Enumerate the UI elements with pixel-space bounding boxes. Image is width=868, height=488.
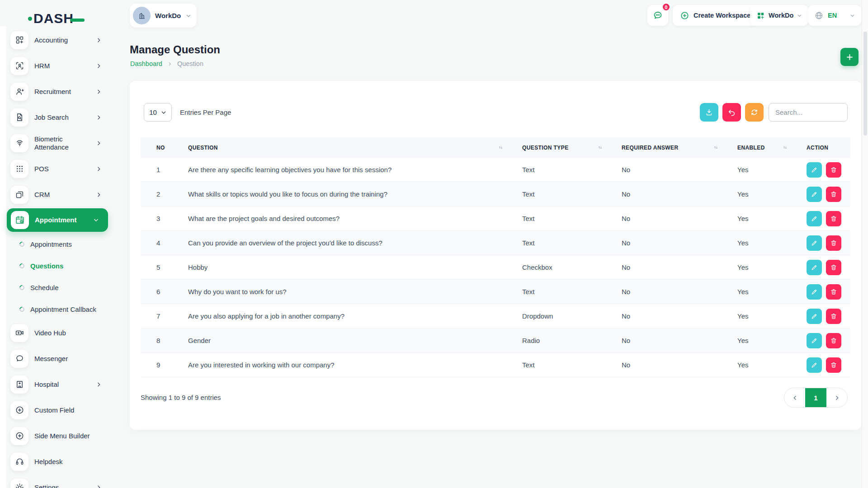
sidebar-item-hrm[interactable]: HRM [0, 53, 117, 79]
table-row: 4 Can you provide an overview of the pro… [141, 231, 850, 255]
cell-required-answer: No [606, 328, 722, 353]
cell-enabled: Yes [722, 255, 791, 280]
sort-icon[interactable] [782, 145, 788, 150]
edit-button[interactable] [807, 333, 822, 348]
pagination-page-1[interactable]: 1 [805, 388, 826, 407]
undo-button[interactable] [722, 103, 741, 122]
cell-action [791, 158, 850, 182]
sidebar-item-pos[interactable]: POS [0, 156, 117, 182]
sidebar-item-side-menu-builder[interactable]: Side Menu Builder [0, 423, 117, 449]
sidebar-subitem-schedule[interactable]: Schedule [0, 277, 117, 298]
sidebar-subitem-questions[interactable]: Questions [0, 255, 117, 277]
sort-icon[interactable] [713, 145, 719, 150]
cell-question-type: Text [506, 231, 606, 255]
sort-icon[interactable] [597, 145, 603, 150]
column-header-question[interactable]: QUESTION [172, 137, 506, 158]
sidebar-item-helpdesk[interactable]: Helpdesk [0, 449, 117, 474]
sidebar-item-accounting[interactable]: Accounting [0, 27, 117, 53]
sidebar-item-job-search[interactable]: Job Search [0, 104, 117, 130]
delete-button[interactable] [826, 235, 841, 251]
delete-button[interactable] [826, 284, 841, 300]
create-workspace-button[interactable]: Create Workspace [673, 5, 758, 26]
cell-enabled: Yes [722, 206, 791, 231]
trash-icon [830, 361, 837, 369]
edit-button[interactable] [807, 357, 822, 373]
delete-button[interactable] [826, 260, 841, 275]
cell-enabled: Yes [722, 304, 791, 328]
breadcrumb-dashboard-link[interactable]: Dashboard [130, 60, 162, 67]
sidebar-item-hospital[interactable]: Hospital [0, 371, 117, 397]
edit-button[interactable] [807, 309, 822, 324]
delete-button[interactable] [826, 333, 841, 348]
delete-button[interactable] [826, 357, 841, 373]
notifications-button[interactable]: 0 [647, 5, 668, 26]
refresh-button[interactable] [745, 103, 764, 122]
sidebar-item-recruitment[interactable]: Recruitment [0, 79, 117, 104]
delete-button[interactable] [826, 309, 841, 324]
cell-question: Are there any specific learning objectiv… [172, 158, 506, 182]
sidebar-item-custom-field[interactable]: Custom Field [0, 397, 117, 423]
sidebar-item-video-hub[interactable]: Video Hub [0, 320, 117, 346]
edit-button[interactable] [807, 211, 822, 226]
edit-button[interactable] [807, 284, 822, 300]
cell-required-answer: No [606, 231, 722, 255]
edit-button[interactable] [807, 162, 822, 178]
edit-button[interactable] [807, 187, 822, 202]
sidebar-item-appointment[interactable]: Appointment [7, 208, 108, 232]
chevron-down-icon [797, 13, 802, 18]
sidebar-item-messenger[interactable]: Messenger [0, 346, 117, 371]
appointment-calendar-icon [11, 211, 29, 229]
plus-icon [845, 53, 854, 61]
chevron-right-icon [96, 381, 102, 387]
plus-circle-icon [10, 401, 28, 419]
column-header-required-answer[interactable]: REQUIRED ANSWER [606, 137, 722, 158]
entries-per-page-select[interactable]: 10 [144, 103, 172, 122]
column-header-enabled[interactable]: ENABLED [722, 137, 791, 158]
add-question-button[interactable] [840, 48, 859, 66]
trash-icon [830, 337, 837, 344]
cell-question: Gender [172, 328, 506, 353]
entries-per-page-label: Entries Per Page [180, 103, 231, 122]
chevron-down-icon [161, 110, 166, 115]
cell-question-type: Text [506, 206, 606, 231]
chevron-right-icon [834, 395, 840, 401]
edit-button[interactable] [807, 260, 822, 275]
page-title: Manage Question [130, 43, 220, 56]
export-download-button[interactable] [700, 103, 718, 122]
delete-button[interactable] [826, 187, 841, 202]
cell-enabled: Yes [722, 280, 791, 304]
cell-question-type: Text [506, 182, 606, 206]
logo-dot [28, 17, 32, 21]
page-scrollbar[interactable] [862, 0, 868, 488]
trash-icon [830, 239, 837, 247]
cell-action [791, 353, 850, 377]
messenger-icon [10, 350, 28, 368]
trash-icon [830, 313, 837, 320]
sidebar-subitem-appointment-callback[interactable]: Appointment Callback [0, 298, 117, 320]
search-input[interactable] [769, 103, 848, 122]
chevron-right-icon [96, 166, 102, 172]
sidebar-item-settings[interactable]: Settings [0, 474, 117, 488]
sidebar-item-crm[interactable]: CRM [0, 182, 117, 207]
language-selector[interactable]: EN [808, 5, 861, 26]
question-table-card: 10 Entries Per Page NO [130, 81, 861, 430]
edit-button[interactable] [807, 235, 822, 251]
workspace-menu-button[interactable]: WorkDo [750, 5, 808, 26]
sidebar-item-biometric-attendance[interactable]: Biometric Attendance [0, 130, 117, 156]
sort-icon[interactable] [498, 145, 504, 150]
column-header-question-type[interactable]: QUESTION TYPE [506, 137, 606, 158]
chat-bubble-icon [652, 10, 663, 21]
cell-action [791, 304, 850, 328]
workspace-selector[interactable]: WorkDo [130, 4, 197, 28]
plus-circle-icon [680, 11, 689, 20]
pagination-next-button[interactable] [826, 388, 847, 407]
pagination-previous-button[interactable] [784, 388, 805, 407]
cell-question-type: Text [506, 280, 606, 304]
sidebar-subitem-appointments[interactable]: Appointments [0, 233, 117, 255]
logo-text: DASH [33, 11, 74, 26]
scrollbar-thumb[interactable] [863, 32, 867, 136]
cell-action [791, 255, 850, 280]
cell-required-answer: No [606, 158, 722, 182]
delete-button[interactable] [826, 162, 841, 178]
delete-button[interactable] [826, 211, 841, 226]
